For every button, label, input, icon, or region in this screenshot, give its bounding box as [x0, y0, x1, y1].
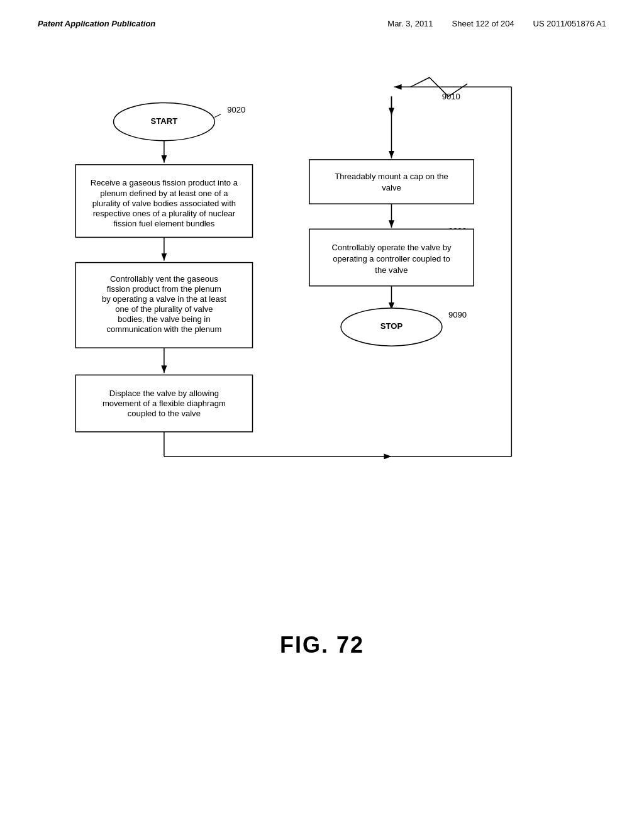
page: Patent Application Publication Mar. 3, 2…	[0, 0, 644, 830]
node9050-line2: movement of a flexible diaphragm	[103, 399, 226, 408]
node9050-line1: Displace the valve by allowing	[109, 389, 219, 398]
node9040-line3: by operating a valve in the at least	[102, 294, 226, 304]
flowchart-svg: START 9020 9030 Receive a gaseous fissio…	[38, 41, 606, 607]
patent-label: US 2011/051876 A1	[533, 19, 606, 28]
node9030-line4: respective ones of a plurality of nuclea…	[93, 209, 236, 218]
diagram-area: START 9020 9030 Receive a gaseous fissio…	[38, 41, 606, 607]
node9050-line3: coupled to the valve	[128, 409, 201, 418]
page-header: Patent Application Publication Mar. 3, 2…	[38, 19, 606, 28]
node9080-line2: operating a controller coupled to	[333, 254, 450, 263]
header-meta: Mar. 3, 2011 Sheet 122 of 204 US 2011/05…	[387, 19, 606, 28]
node9040-line1: Controllably vent the gaseous	[110, 274, 218, 284]
date-label: Mar. 3, 2011	[387, 19, 433, 28]
label-9090: 9090	[448, 310, 467, 319]
node9030-line3: plurality of valve bodies associated wit…	[92, 199, 236, 208]
stop-node-text: STOP	[380, 321, 403, 331]
node9070-line1: Threadably mount a cap on the	[335, 172, 448, 181]
node9030-line2: plenum defined by at least one of a	[100, 189, 228, 198]
publication-label: Patent Application Publication	[38, 19, 155, 28]
node9030-line5: fission fuel element bundles	[113, 219, 214, 228]
svg-rect-14	[309, 160, 474, 204]
node9040-line5: bodies, the valve being in	[118, 314, 210, 324]
node9030-line1: Receive a gaseous fission product into a	[91, 178, 238, 187]
node9040-line2: fission product from the plenum	[107, 284, 221, 294]
node9040-line4: one of the plurality of valve	[115, 304, 213, 314]
svg-line-2	[214, 114, 221, 118]
figure-label: FIG. 72	[38, 632, 606, 658]
node9040-line6: communication with the plenum	[107, 324, 222, 334]
node9080-line3: the valve	[375, 265, 408, 275]
start-node-text: START	[151, 116, 178, 126]
node9070-line2: valve	[382, 184, 401, 193]
label-9020: 9020	[227, 105, 245, 114]
node9080-line1: Controllably operate the valve by	[331, 243, 451, 252]
sheet-label: Sheet 122 of 204	[452, 19, 514, 28]
